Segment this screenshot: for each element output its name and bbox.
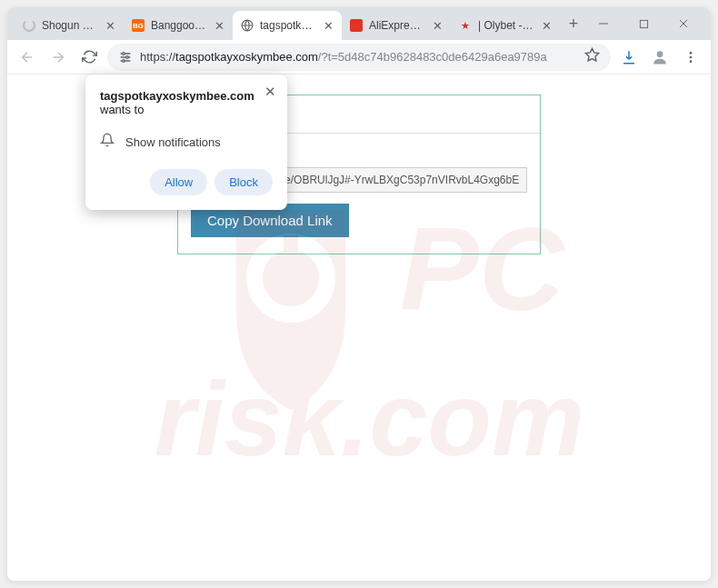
svg-rect-2 [640,20,647,27]
downloads-icon[interactable] [616,45,642,70]
permission-item: Show notifications [125,135,221,149]
star-icon: ★ [458,18,473,33]
menu-icon[interactable] [678,45,703,70]
allow-button[interactable]: Allow [150,169,207,195]
reload-button[interactable] [76,45,102,70]
tab-label: Shogun S01E01.mj [42,19,98,32]
svg-point-13 [690,52,693,55]
minimize-button[interactable] [583,9,623,38]
close-icon[interactable]: ✕ [264,84,276,100]
notification-permission-popup: ✕ tagspotkayxoskymbee.com wants to Show … [85,75,287,210]
globe-icon [240,18,254,33]
close-icon[interactable]: ✕ [213,19,225,32]
permission-domain: tagspotkayxoskymbee.com [100,89,273,103]
block-button[interactable]: Block [214,169,273,195]
profile-icon[interactable] [647,45,673,70]
aliexpress-icon [349,18,364,33]
forward-button[interactable] [45,45,71,70]
back-button[interactable] [15,45,40,70]
tab-bar: Shogun S01E01.mj ✕ BG Banggood Русски ✕ … [7,7,711,40]
svg-point-12 [657,51,663,57]
tab-label: AliExpress - Online [369,19,425,32]
tab-shogun[interactable]: Shogun S01E01.mj ✕ [15,11,124,40]
tab-olybet[interactable]: ★ | Olybet - Lažybos ✕ [451,11,560,40]
spinner-icon [22,18,36,33]
svg-point-14 [690,55,693,58]
bookmark-icon[interactable] [584,47,600,66]
svg-point-9 [126,55,129,58]
page-content: y... browser Copy Download Link ✕ tagspo… [7,75,711,581]
url-text: https://tagspotkayxoskymbee.com/?t=5d48c… [140,50,547,64]
close-icon[interactable]: ✕ [322,19,334,32]
banggood-icon: BG [131,18,145,33]
tab-tagspotkay[interactable]: tagspotkayxoskym ✕ [233,11,342,40]
tab-banggood[interactable]: BG Banggood Русски ✕ [124,11,233,40]
tab-label: | Olybet - Lažybos [478,19,534,32]
svg-point-10 [123,59,125,62]
tab-aliexpress[interactable]: AliExpress - Online ✕ [342,11,451,40]
site-settings-icon[interactable] [118,50,133,65]
close-window-button[interactable] [663,9,703,38]
tab-label: Banggood Русски [151,19,207,32]
permission-wants: wants to [100,103,273,116]
svg-point-15 [690,60,693,63]
address-bar[interactable]: https://tagspotkayxoskymbee.com/?t=5d48c… [107,44,611,71]
close-icon[interactable]: ✕ [104,19,116,32]
close-icon[interactable]: ✕ [431,19,444,32]
svg-marker-11 [585,48,598,60]
close-icon[interactable]: ✕ [540,19,553,32]
bell-icon [100,133,115,151]
svg-point-8 [123,52,125,55]
toolbar: https://tagspotkayxoskymbee.com/?t=5d48c… [7,40,711,75]
svg-text:risk.com: risk.com [155,361,584,477]
tab-label: tagspotkayxoskym [260,19,316,32]
maximize-button[interactable] [623,9,663,38]
new-tab-button[interactable]: + [563,11,583,36]
